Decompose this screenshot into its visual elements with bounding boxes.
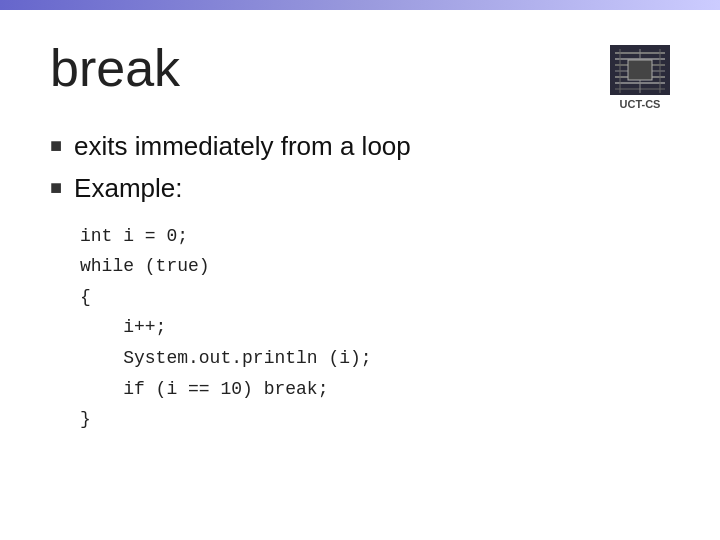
code-line-5: if (i == 10) break; <box>80 374 670 405</box>
code-line-0: int i = 0; <box>80 221 670 252</box>
code-block: int i = 0; while (true) { i++; System.ou… <box>80 221 670 435</box>
logo-caption: UCT-CS <box>620 98 661 110</box>
logo-svg <box>610 45 670 95</box>
code-line-4: System.out.println (i); <box>80 343 670 374</box>
code-line-1: while (true) <box>80 251 670 282</box>
bullet-item-2: ■ Example: <box>50 172 670 206</box>
svg-rect-11 <box>628 60 652 80</box>
code-line-6: } <box>80 404 670 435</box>
top-bar <box>0 0 720 10</box>
slide-title: break <box>50 40 180 97</box>
header-row: break <box>50 40 670 110</box>
bullet-section: ■ exits immediately from a loop ■ Exampl… <box>50 130 670 206</box>
code-line-2: { <box>80 282 670 313</box>
logo-area: UCT-CS <box>610 45 670 110</box>
bullet-marker-1: ■ <box>50 134 62 157</box>
code-line-3: i++; <box>80 312 670 343</box>
logo-image <box>610 45 670 95</box>
bullet-item-1: ■ exits immediately from a loop <box>50 130 670 164</box>
bullet-text-2: Example: <box>74 172 182 206</box>
bullet-marker-2: ■ <box>50 176 62 199</box>
bullet-text-1: exits immediately from a loop <box>74 130 411 164</box>
slide: break <box>0 0 720 540</box>
